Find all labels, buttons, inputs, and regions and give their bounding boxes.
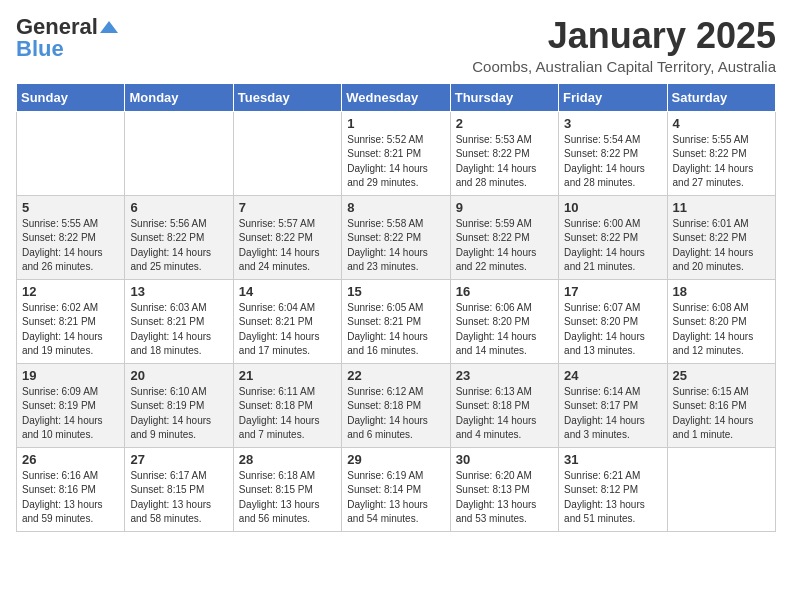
day-number: 9: [456, 200, 553, 215]
calendar-week-row: 1Sunrise: 5:52 AM Sunset: 8:21 PM Daylig…: [17, 111, 776, 195]
calendar-cell: 5Sunrise: 5:55 AM Sunset: 8:22 PM Daylig…: [17, 195, 125, 279]
weekday-header-sunday: Sunday: [17, 83, 125, 111]
calendar-cell: 12Sunrise: 6:02 AM Sunset: 8:21 PM Dayli…: [17, 279, 125, 363]
day-info: Sunrise: 6:14 AM Sunset: 8:17 PM Dayligh…: [564, 385, 661, 443]
day-number: 21: [239, 368, 336, 383]
day-number: 31: [564, 452, 661, 467]
calendar-cell: 3Sunrise: 5:54 AM Sunset: 8:22 PM Daylig…: [559, 111, 667, 195]
day-info: Sunrise: 6:17 AM Sunset: 8:15 PM Dayligh…: [130, 469, 227, 527]
calendar-cell: [17, 111, 125, 195]
logo-blue-text: Blue: [16, 38, 64, 60]
calendar-cell: 21Sunrise: 6:11 AM Sunset: 8:18 PM Dayli…: [233, 363, 341, 447]
day-number: 13: [130, 284, 227, 299]
day-info: Sunrise: 6:07 AM Sunset: 8:20 PM Dayligh…: [564, 301, 661, 359]
location-title: Coombs, Australian Capital Territory, Au…: [472, 58, 776, 75]
day-number: 12: [22, 284, 119, 299]
day-number: 7: [239, 200, 336, 215]
day-number: 2: [456, 116, 553, 131]
day-number: 11: [673, 200, 770, 215]
calendar-cell: 9Sunrise: 5:59 AM Sunset: 8:22 PM Daylig…: [450, 195, 558, 279]
calendar-cell: 23Sunrise: 6:13 AM Sunset: 8:18 PM Dayli…: [450, 363, 558, 447]
calendar-cell: 1Sunrise: 5:52 AM Sunset: 8:21 PM Daylig…: [342, 111, 450, 195]
day-number: 22: [347, 368, 444, 383]
weekday-header-row: SundayMondayTuesdayWednesdayThursdayFrid…: [17, 83, 776, 111]
calendar-cell: 18Sunrise: 6:08 AM Sunset: 8:20 PM Dayli…: [667, 279, 775, 363]
title-block: January 2025 Coombs, Australian Capital …: [472, 16, 776, 75]
day-info: Sunrise: 5:56 AM Sunset: 8:22 PM Dayligh…: [130, 217, 227, 275]
calendar-cell: [125, 111, 233, 195]
calendar-cell: 11Sunrise: 6:01 AM Sunset: 8:22 PM Dayli…: [667, 195, 775, 279]
page-header: General Blue January 2025 Coombs, Austra…: [16, 16, 776, 75]
calendar-cell: 7Sunrise: 5:57 AM Sunset: 8:22 PM Daylig…: [233, 195, 341, 279]
calendar-cell: 2Sunrise: 5:53 AM Sunset: 8:22 PM Daylig…: [450, 111, 558, 195]
day-info: Sunrise: 5:53 AM Sunset: 8:22 PM Dayligh…: [456, 133, 553, 191]
day-number: 30: [456, 452, 553, 467]
day-number: 5: [22, 200, 119, 215]
calendar-cell: 8Sunrise: 5:58 AM Sunset: 8:22 PM Daylig…: [342, 195, 450, 279]
day-info: Sunrise: 6:09 AM Sunset: 8:19 PM Dayligh…: [22, 385, 119, 443]
day-info: Sunrise: 6:03 AM Sunset: 8:21 PM Dayligh…: [130, 301, 227, 359]
day-number: 8: [347, 200, 444, 215]
day-info: Sunrise: 6:01 AM Sunset: 8:22 PM Dayligh…: [673, 217, 770, 275]
day-number: 27: [130, 452, 227, 467]
day-number: 4: [673, 116, 770, 131]
logo-general-text: General: [16, 16, 98, 38]
calendar-cell: 17Sunrise: 6:07 AM Sunset: 8:20 PM Dayli…: [559, 279, 667, 363]
calendar-cell: [667, 447, 775, 531]
day-info: Sunrise: 6:02 AM Sunset: 8:21 PM Dayligh…: [22, 301, 119, 359]
day-number: 26: [22, 452, 119, 467]
day-info: Sunrise: 6:21 AM Sunset: 8:12 PM Dayligh…: [564, 469, 661, 527]
calendar-cell: 29Sunrise: 6:19 AM Sunset: 8:14 PM Dayli…: [342, 447, 450, 531]
day-number: 3: [564, 116, 661, 131]
day-number: 29: [347, 452, 444, 467]
calendar-cell: 27Sunrise: 6:17 AM Sunset: 8:15 PM Dayli…: [125, 447, 233, 531]
weekday-header-monday: Monday: [125, 83, 233, 111]
day-info: Sunrise: 5:59 AM Sunset: 8:22 PM Dayligh…: [456, 217, 553, 275]
day-number: 19: [22, 368, 119, 383]
day-number: 20: [130, 368, 227, 383]
day-info: Sunrise: 6:10 AM Sunset: 8:19 PM Dayligh…: [130, 385, 227, 443]
day-info: Sunrise: 6:13 AM Sunset: 8:18 PM Dayligh…: [456, 385, 553, 443]
day-info: Sunrise: 6:04 AM Sunset: 8:21 PM Dayligh…: [239, 301, 336, 359]
calendar-cell: 4Sunrise: 5:55 AM Sunset: 8:22 PM Daylig…: [667, 111, 775, 195]
day-info: Sunrise: 6:00 AM Sunset: 8:22 PM Dayligh…: [564, 217, 661, 275]
day-info: Sunrise: 6:19 AM Sunset: 8:14 PM Dayligh…: [347, 469, 444, 527]
calendar-cell: 19Sunrise: 6:09 AM Sunset: 8:19 PM Dayli…: [17, 363, 125, 447]
calendar-cell: 22Sunrise: 6:12 AM Sunset: 8:18 PM Dayli…: [342, 363, 450, 447]
calendar-cell: [233, 111, 341, 195]
day-number: 23: [456, 368, 553, 383]
day-info: Sunrise: 5:58 AM Sunset: 8:22 PM Dayligh…: [347, 217, 444, 275]
day-info: Sunrise: 6:12 AM Sunset: 8:18 PM Dayligh…: [347, 385, 444, 443]
day-info: Sunrise: 5:57 AM Sunset: 8:22 PM Dayligh…: [239, 217, 336, 275]
calendar-week-row: 26Sunrise: 6:16 AM Sunset: 8:16 PM Dayli…: [17, 447, 776, 531]
calendar-cell: 14Sunrise: 6:04 AM Sunset: 8:21 PM Dayli…: [233, 279, 341, 363]
day-info: Sunrise: 6:18 AM Sunset: 8:15 PM Dayligh…: [239, 469, 336, 527]
calendar-cell: 30Sunrise: 6:20 AM Sunset: 8:13 PM Dayli…: [450, 447, 558, 531]
calendar-cell: 16Sunrise: 6:06 AM Sunset: 8:20 PM Dayli…: [450, 279, 558, 363]
day-info: Sunrise: 6:15 AM Sunset: 8:16 PM Dayligh…: [673, 385, 770, 443]
weekday-header-wednesday: Wednesday: [342, 83, 450, 111]
month-title: January 2025: [472, 16, 776, 56]
logo: General Blue: [16, 16, 118, 60]
day-info: Sunrise: 6:11 AM Sunset: 8:18 PM Dayligh…: [239, 385, 336, 443]
calendar-cell: 15Sunrise: 6:05 AM Sunset: 8:21 PM Dayli…: [342, 279, 450, 363]
day-number: 25: [673, 368, 770, 383]
calendar-table: SundayMondayTuesdayWednesdayThursdayFrid…: [16, 83, 776, 532]
calendar-cell: 28Sunrise: 6:18 AM Sunset: 8:15 PM Dayli…: [233, 447, 341, 531]
day-info: Sunrise: 6:06 AM Sunset: 8:20 PM Dayligh…: [456, 301, 553, 359]
weekday-header-saturday: Saturday: [667, 83, 775, 111]
day-number: 10: [564, 200, 661, 215]
day-number: 6: [130, 200, 227, 215]
day-number: 17: [564, 284, 661, 299]
day-number: 1: [347, 116, 444, 131]
calendar-cell: 6Sunrise: 5:56 AM Sunset: 8:22 PM Daylig…: [125, 195, 233, 279]
calendar-week-row: 5Sunrise: 5:55 AM Sunset: 8:22 PM Daylig…: [17, 195, 776, 279]
weekday-header-thursday: Thursday: [450, 83, 558, 111]
calendar-cell: 25Sunrise: 6:15 AM Sunset: 8:16 PM Dayli…: [667, 363, 775, 447]
calendar-week-row: 19Sunrise: 6:09 AM Sunset: 8:19 PM Dayli…: [17, 363, 776, 447]
calendar-cell: 13Sunrise: 6:03 AM Sunset: 8:21 PM Dayli…: [125, 279, 233, 363]
day-number: 14: [239, 284, 336, 299]
day-info: Sunrise: 5:52 AM Sunset: 8:21 PM Dayligh…: [347, 133, 444, 191]
day-number: 16: [456, 284, 553, 299]
svg-marker-0: [100, 21, 118, 33]
